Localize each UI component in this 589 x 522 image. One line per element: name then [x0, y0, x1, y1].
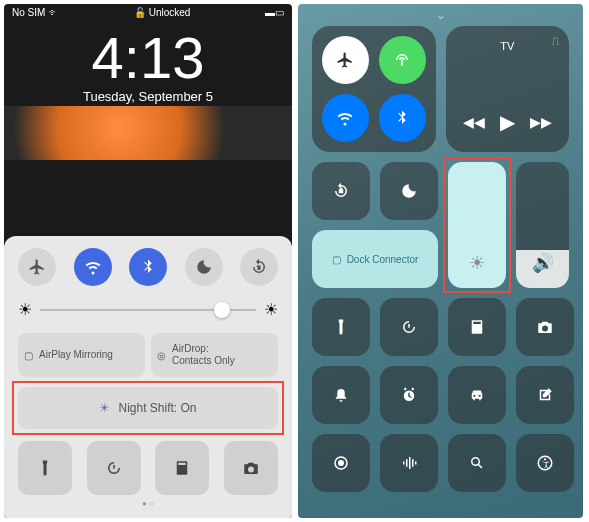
- speaker-icon: 🔊: [532, 252, 554, 274]
- silent-button[interactable]: [312, 366, 370, 424]
- rotation-lock-button[interactable]: [312, 162, 370, 220]
- bluetooth-toggle-r[interactable]: [379, 94, 426, 142]
- ios11-screen: ⌄ ⎍ TV ◀◀ ▶ ▶▶ ▢ Dock Connector: [298, 4, 583, 518]
- dock-connector-button[interactable]: ▢ Dock Connector: [312, 230, 438, 288]
- volume-slider[interactable]: 🔊: [516, 162, 569, 288]
- camera-button[interactable]: [224, 441, 278, 495]
- calculator-button[interactable]: [155, 441, 209, 495]
- airplane-toggle[interactable]: [18, 248, 56, 286]
- clock-time: 4:13: [4, 29, 292, 87]
- night-shift-label: Night Shift: On: [118, 401, 196, 415]
- airplay-icon: ▢: [24, 350, 33, 361]
- media-title: TV: [456, 40, 560, 52]
- slider-track[interactable]: [40, 309, 256, 311]
- brightness-wrapper: ☀: [448, 162, 506, 288]
- camera-button-r[interactable]: [516, 298, 574, 356]
- wifi-toggle[interactable]: [74, 248, 112, 286]
- night-shift-icon: ☀: [99, 401, 110, 415]
- night-shift-row: ☀ Night Shift: On: [18, 387, 278, 429]
- cellular-toggle[interactable]: [379, 36, 426, 84]
- grabber-icon[interactable]: ⌄: [298, 4, 583, 26]
- timer-button-r[interactable]: [380, 298, 438, 356]
- prev-button[interactable]: ◀◀: [463, 114, 485, 130]
- sun-icon: ☀: [469, 252, 485, 274]
- dock-label: Dock Connector: [347, 254, 419, 265]
- car-button[interactable]: [448, 366, 506, 424]
- airplay-label: AirPlay Mirroring: [39, 349, 113, 361]
- brightness-slider[interactable]: ☀ ☀: [18, 300, 278, 319]
- flashlight-button[interactable]: [18, 441, 72, 495]
- page-dots: ● ○: [18, 499, 278, 508]
- next-button[interactable]: ▶▶: [530, 114, 552, 130]
- sun-high-icon: ☀: [264, 300, 278, 319]
- shortcut-row: [18, 441, 278, 495]
- toggle-row: [18, 248, 278, 286]
- battery-icon: ▬▭: [265, 7, 284, 18]
- lock-status-text: Unlocked: [149, 7, 191, 18]
- flashlight-button-r[interactable]: [312, 298, 370, 356]
- cast-icon[interactable]: ⎍: [552, 34, 559, 48]
- calculator-button-r[interactable]: [448, 298, 506, 356]
- accessibility-button[interactable]: [516, 434, 574, 492]
- shortcut-grid: [298, 298, 583, 504]
- svg-point-1: [338, 460, 344, 466]
- compose-button[interactable]: [516, 366, 574, 424]
- wifi-toggle-r[interactable]: [322, 94, 369, 142]
- control-center-10: ☀ ☀ ▢ AirPlay Mirroring ◎ AirDrop: Conta…: [4, 236, 292, 518]
- status-bar: No SIM ᯤ 🔓 Unlocked ▬▭: [4, 4, 292, 21]
- media-card[interactable]: ⎍ TV ◀◀ ▶ ▶▶: [446, 26, 570, 152]
- airdrop-button[interactable]: ◎ AirDrop: Contacts Only: [151, 333, 278, 377]
- screen-mirror-icon: ▢: [332, 254, 341, 265]
- slider-thumb[interactable]: [214, 302, 230, 318]
- alarm-button[interactable]: [380, 366, 438, 424]
- wifi-status-icon: ᯤ: [49, 7, 59, 18]
- airplay-button[interactable]: ▢ AirPlay Mirroring: [18, 333, 145, 377]
- dnd-button[interactable]: [380, 162, 438, 220]
- bluetooth-toggle[interactable]: [129, 248, 167, 286]
- lock-screen: 4:13 Tuesday, September 5: [4, 21, 292, 106]
- timer-button[interactable]: [87, 441, 141, 495]
- ios10-screen: No SIM ᯤ 🔓 Unlocked ▬▭ 4:13 Tuesday, Sep…: [4, 4, 292, 518]
- magnify-button[interactable]: [448, 434, 506, 492]
- connectivity-card[interactable]: [312, 26, 436, 152]
- waveform-button[interactable]: [380, 434, 438, 492]
- clock-date: Tuesday, September 5: [4, 89, 292, 104]
- rotation-lock-toggle[interactable]: [240, 248, 278, 286]
- carrier-text: No SIM: [12, 7, 45, 18]
- play-button[interactable]: ▶: [500, 110, 515, 134]
- night-shift-button[interactable]: ☀ Night Shift: On: [18, 387, 278, 429]
- wallpaper: [4, 106, 292, 160]
- svg-point-3: [544, 458, 546, 460]
- airdrop-icon: ◎: [157, 350, 166, 361]
- brightness-slider-r[interactable]: ☀: [448, 162, 506, 288]
- sun-low-icon: ☀: [18, 300, 32, 319]
- lock-status-icon: 🔓: [134, 7, 146, 18]
- record-button[interactable]: [312, 434, 370, 492]
- airplane-toggle-r[interactable]: [322, 36, 369, 84]
- airdrop-label: AirDrop: Contacts Only: [172, 343, 235, 367]
- dnd-toggle[interactable]: [185, 248, 223, 286]
